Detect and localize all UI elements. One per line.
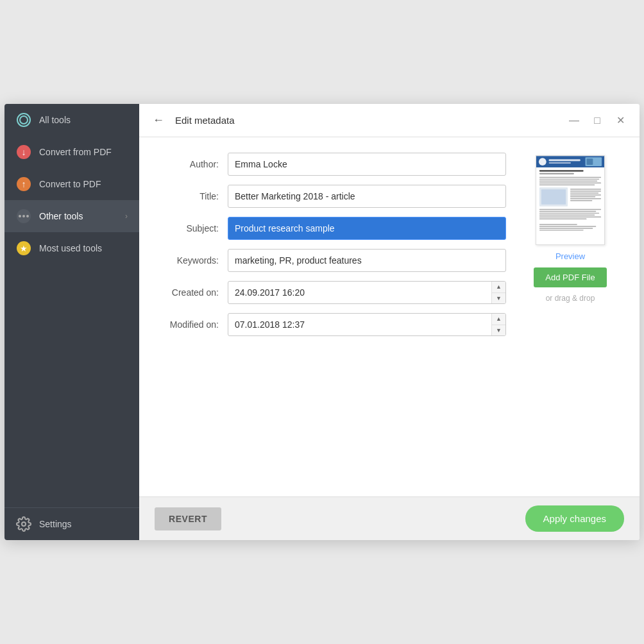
- sidebar-item-other-tools[interactable]: Other tools ›: [4, 200, 139, 232]
- sidebar-item-all-tools[interactable]: All tools: [4, 104, 139, 136]
- svg-rect-8: [539, 170, 584, 172]
- maximize-button[interactable]: □: [588, 112, 606, 130]
- svg-rect-26: [539, 213, 599, 214]
- sidebar-item-convert-to-pdf[interactable]: Convert to PDF: [4, 168, 139, 200]
- modified-spinner-btns: ▲ ▼: [491, 314, 505, 335]
- sidebar-item-convert-from-label: Convert from PDF: [39, 147, 112, 157]
- created-spinner: ▲ ▼: [228, 281, 506, 304]
- svg-rect-20: [570, 194, 601, 195]
- created-spinner-up[interactable]: ▲: [492, 282, 505, 293]
- svg-point-3: [539, 158, 547, 165]
- page-title: Edit metadata: [175, 115, 235, 126]
- metadata-form: Author: Title: Subject: Keywords:: [157, 153, 519, 481]
- form-area: Author: Title: Subject: Keywords:: [139, 137, 640, 496]
- modified-label: Modified on:: [157, 319, 228, 330]
- svg-rect-16: [541, 189, 566, 205]
- svg-rect-9: [539, 173, 574, 174]
- created-spinner-btns: ▲ ▼: [491, 282, 505, 303]
- svg-point-0: [22, 522, 26, 526]
- svg-rect-22: [570, 198, 601, 199]
- most-used-icon: [16, 241, 31, 256]
- sidebar-item-all-tools-label: All tools: [39, 115, 71, 125]
- title-label: Title:: [157, 191, 228, 201]
- sidebar: All tools Convert from PDF Convert to PD…: [4, 104, 139, 540]
- svg-rect-5: [549, 162, 571, 164]
- preview-panel: Preview Add PDF File or drag & drop: [519, 153, 622, 481]
- other-tools-icon: [16, 208, 31, 224]
- window-controls: — □ ✕: [565, 112, 629, 130]
- apply-changes-button[interactable]: Apply changes: [525, 505, 624, 532]
- bottom-bar: REVERT Apply changes: [139, 496, 640, 540]
- title-bar-left: ← Edit metadata: [149, 112, 235, 130]
- keywords-row: Keywords:: [157, 249, 506, 272]
- svg-rect-31: [539, 226, 596, 226]
- svg-rect-32: [539, 228, 593, 228]
- svg-rect-21: [570, 196, 595, 197]
- svg-rect-7: [587, 158, 593, 165]
- drag-drop-label: or drag & drop: [546, 294, 595, 303]
- svg-rect-4: [549, 159, 580, 161]
- created-input[interactable]: [228, 282, 491, 303]
- svg-rect-27: [539, 215, 595, 216]
- modified-spinner: ▲ ▼: [228, 313, 506, 336]
- modified-row: Modified on: ▲ ▼: [157, 313, 506, 336]
- minimize-button[interactable]: —: [565, 112, 583, 130]
- svg-rect-13: [539, 183, 601, 183]
- add-pdf-button[interactable]: Add PDF File: [534, 267, 606, 287]
- app-window: All tools Convert from PDF Convert to PD…: [4, 104, 640, 540]
- all-tools-icon: [16, 112, 31, 128]
- modified-spinner-up[interactable]: ▲: [492, 314, 505, 325]
- created-label: Created on:: [157, 287, 228, 298]
- sidebar-bottom: Settings: [4, 507, 139, 540]
- author-row: Author:: [157, 153, 506, 176]
- settings-icon: [16, 516, 31, 532]
- created-row: Created on: ▲ ▼: [157, 281, 506, 304]
- svg-rect-29: [539, 218, 587, 219]
- back-button[interactable]: ←: [149, 112, 167, 130]
- author-input[interactable]: [228, 153, 506, 176]
- sidebar-item-other-tools-label: Other tools: [39, 211, 83, 221]
- close-button[interactable]: ✕: [611, 112, 629, 130]
- author-label: Author:: [157, 159, 228, 169]
- svg-rect-18: [570, 191, 601, 191]
- subject-row: Subject:: [157, 217, 506, 240]
- created-spinner-down[interactable]: ▼: [492, 293, 505, 304]
- svg-rect-17: [570, 189, 601, 189]
- sidebar-item-most-used-tools[interactable]: Most used tools: [4, 232, 139, 264]
- title-bar: ← Edit metadata — □ ✕: [139, 104, 640, 137]
- sidebar-item-most-used-label: Most used tools: [39, 243, 102, 253]
- main-content: ← Edit metadata — □ ✕ Author: Title:: [139, 104, 640, 540]
- sidebar-item-settings[interactable]: Settings: [4, 508, 139, 540]
- revert-button[interactable]: REVERT: [155, 507, 221, 530]
- svg-rect-33: [539, 230, 584, 230]
- modified-spinner-down[interactable]: ▼: [492, 325, 505, 336]
- chevron-right-icon: ›: [125, 212, 128, 221]
- svg-rect-28: [539, 217, 601, 217]
- svg-rect-11: [539, 179, 599, 180]
- convert-to-icon: [16, 176, 31, 192]
- subject-input[interactable]: [228, 217, 506, 240]
- convert-from-icon: [16, 144, 31, 160]
- svg-rect-12: [539, 181, 597, 182]
- preview-link[interactable]: Preview: [555, 251, 585, 261]
- sidebar-item-convert-to-label: Convert to PDF: [39, 179, 101, 189]
- svg-rect-23: [570, 200, 592, 201]
- title-input[interactable]: [228, 185, 506, 208]
- sidebar-settings-label: Settings: [39, 519, 72, 529]
- svg-rect-30: [539, 224, 577, 225]
- modified-input[interactable]: [228, 314, 491, 335]
- svg-rect-19: [570, 192, 598, 193]
- subject-label: Subject:: [157, 223, 228, 233]
- svg-rect-24: [539, 209, 601, 210]
- svg-rect-10: [539, 177, 601, 178]
- sidebar-item-convert-from-pdf[interactable]: Convert from PDF: [4, 136, 139, 168]
- title-row: Title:: [157, 185, 506, 208]
- pdf-thumbnail: [536, 155, 605, 245]
- keywords-input[interactable]: [228, 249, 506, 272]
- keywords-label: Keywords:: [157, 255, 228, 266]
- svg-rect-14: [539, 184, 595, 185]
- svg-rect-25: [539, 211, 596, 212]
